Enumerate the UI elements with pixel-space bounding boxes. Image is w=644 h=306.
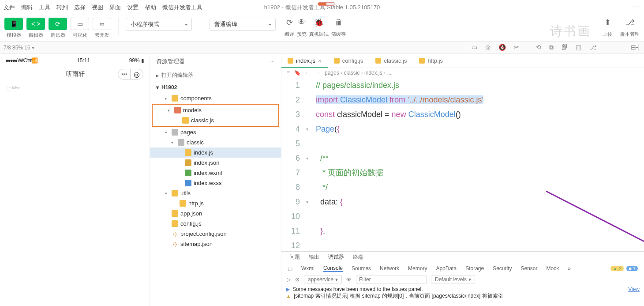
breadcrumb-segment[interactable]: classic: [344, 70, 364, 76]
menu-item[interactable]: 视图: [92, 4, 103, 11]
tree-item[interactable]: ▾utils: [150, 188, 281, 198]
tree-item[interactable]: index.js: [150, 147, 281, 158]
menu-item[interactable]: 文件: [4, 4, 15, 11]
mode-dropdown[interactable]: 小程序模式: [126, 18, 192, 31]
branch-icon[interactable]: ⎇: [589, 44, 596, 51]
minimize-icon[interactable]: —: [633, 2, 640, 10]
settings-icon[interactable]: ⊟┤: [631, 44, 640, 51]
run-icon[interactable]: ▷: [287, 276, 291, 283]
fold-column[interactable]: ▾▾▾: [306, 78, 312, 251]
compile-dropdown[interactable]: 普通编译: [210, 18, 276, 31]
tree-item[interactable]: {}project.config.json: [150, 229, 281, 239]
devtools-sub-tab[interactable]: Sources: [352, 265, 371, 272]
more-icon[interactable]: »: [568, 265, 571, 272]
tree-item[interactable]: index.wxss: [150, 178, 281, 188]
toolbar-button[interactable]: 📱模拟器: [4, 18, 23, 38]
breadcrumb-segment[interactable]: pages: [325, 70, 344, 76]
menu-item[interactable]: 帮助: [145, 4, 156, 11]
capsule-button[interactable]: ··· ◎: [118, 69, 143, 79]
split-icon[interactable]: ▥: [576, 44, 581, 51]
toolbar-button[interactable]: ⟳调试器: [49, 18, 67, 38]
menu-item[interactable]: 转到: [56, 4, 68, 11]
mute-icon[interactable]: 🔇: [498, 44, 506, 51]
like-icon[interactable]: ♡false: [6, 86, 20, 93]
menu-item[interactable]: 设置: [127, 4, 139, 11]
toolbar-action[interactable]: ⟳编译: [285, 18, 294, 38]
filter-input[interactable]: [356, 276, 427, 283]
devtools-sub-tab[interactable]: Storage: [465, 265, 484, 272]
tree-item[interactable]: index.wxml: [150, 168, 281, 178]
capsule-close-icon[interactable]: ◎: [131, 69, 143, 79]
device-icon[interactable]: ▭: [472, 44, 477, 51]
tree-item[interactable]: index.json: [150, 158, 281, 168]
menu-item[interactable]: 界面: [109, 4, 121, 11]
menu-item[interactable]: 微信开发者工具: [162, 4, 202, 11]
eye-icon[interactable]: 👁: [346, 276, 352, 283]
devtools-sub-tab[interactable]: Security: [493, 265, 512, 272]
devtools-main-tab[interactable]: 输出: [309, 253, 319, 261]
tree-item[interactable]: ▾models: [153, 105, 278, 115]
tree-item[interactable]: config.js: [150, 219, 281, 229]
code-lines[interactable]: // pages/classic/index.jsimport ClassicM…: [312, 78, 644, 251]
devtools-main-tab[interactable]: 调试器: [328, 253, 344, 261]
editor-tab[interactable]: index.js×: [281, 54, 328, 68]
levels-select[interactable]: Default levels▾: [431, 276, 475, 283]
context-select[interactable]: appservice▾: [304, 276, 342, 283]
breadcrumb-segment[interactable]: index.js: [364, 70, 387, 76]
devtools-main-tab[interactable]: 问题: [289, 253, 300, 261]
bookmark-icon[interactable]: 🔖: [294, 70, 301, 76]
explorer-more-icon[interactable]: ···: [270, 57, 275, 65]
console-output[interactable]: ▶Some messages have been moved to the Is…: [281, 285, 644, 306]
tree-item[interactable]: ▾pages: [150, 127, 281, 137]
devtools-sub-tab[interactable]: Network: [380, 265, 399, 272]
toolbar-action[interactable]: 🗑清缓存: [331, 18, 346, 38]
file-tree: ▸components▾modelsclassic.js▾pages▾class…: [150, 93, 281, 249]
editor-tab[interactable]: config.js: [328, 54, 370, 68]
tree-item[interactable]: classic.js: [153, 115, 278, 125]
editor-tab[interactable]: http.js: [413, 54, 449, 68]
menu-icon[interactable]: ≡: [287, 70, 290, 76]
toolbar-action[interactable]: 👁预览: [297, 18, 307, 38]
tree-item[interactable]: app.json: [150, 208, 281, 219]
toolbar-button[interactable]: ▭可视化: [71, 18, 89, 38]
tree-item[interactable]: http.js: [150, 198, 281, 208]
breadcrumb[interactable]: pagesclassicindex.js...: [325, 70, 391, 76]
toolbar-button[interactable]: < >编辑器: [26, 18, 45, 38]
inspect-icon[interactable]: ⬚: [288, 265, 292, 272]
toolbar-right-button[interactable]: ⬆上传: [603, 18, 612, 38]
warning-badge[interactable]: ▲ 2: [610, 266, 624, 271]
files-icon[interactable]: 🗐: [562, 44, 568, 51]
devtools-sub-tab[interactable]: Console: [323, 265, 343, 272]
close-icon[interactable]: ×: [318, 57, 322, 64]
record-icon[interactable]: ◎: [485, 44, 490, 51]
tree-item[interactable]: {}sitemap.json: [150, 239, 281, 249]
info-badge[interactable]: ■ 1: [626, 266, 638, 271]
back-icon[interactable]: ←: [305, 70, 311, 76]
forward-icon[interactable]: →: [315, 70, 320, 76]
devtools-sub-tab[interactable]: Memory: [408, 265, 427, 272]
menu-item[interactable]: 选择: [74, 4, 86, 11]
editor-tab[interactable]: classic.js: [369, 54, 413, 68]
tree-item[interactable]: ▾classic: [150, 137, 281, 147]
console-link[interactable]: View: [628, 286, 640, 292]
capsule-menu-icon[interactable]: ···: [118, 69, 131, 79]
toolbar-right-button[interactable]: ⎇版本管理: [620, 18, 640, 38]
devtools-main-tab[interactable]: 终端: [353, 253, 363, 261]
code-editor[interactable]: 12345678910111213 ▾▾▾ // pages/classic/i…: [281, 78, 644, 251]
devtools-sub-tab[interactable]: Mock: [547, 265, 559, 272]
opened-editors-section[interactable]: ▸ 打开的编辑器: [150, 69, 281, 82]
project-root[interactable]: ▾ H1902: [150, 82, 281, 93]
menu-item[interactable]: 工具: [39, 4, 50, 11]
rotate-icon[interactable]: ⟲: [536, 44, 541, 51]
devtools-sub-tab[interactable]: Wxml: [301, 265, 315, 272]
tree-item[interactable]: ▸components: [150, 93, 281, 103]
scissors-icon[interactable]: ✂: [514, 44, 519, 51]
toolbar-button[interactable]: ∞云开发: [93, 18, 111, 38]
breadcrumb-segment[interactable]: ...: [387, 70, 391, 76]
devtools-sub-tab[interactable]: AppData: [436, 265, 457, 272]
collapse-icon[interactable]: ⧉: [549, 44, 554, 51]
toolbar-action[interactable]: 🐞真机调试: [309, 18, 329, 38]
menu-item[interactable]: 编辑: [21, 4, 33, 11]
clear-icon[interactable]: ⊘: [295, 276, 300, 283]
devtools-sub-tab[interactable]: Sensor: [521, 265, 538, 272]
